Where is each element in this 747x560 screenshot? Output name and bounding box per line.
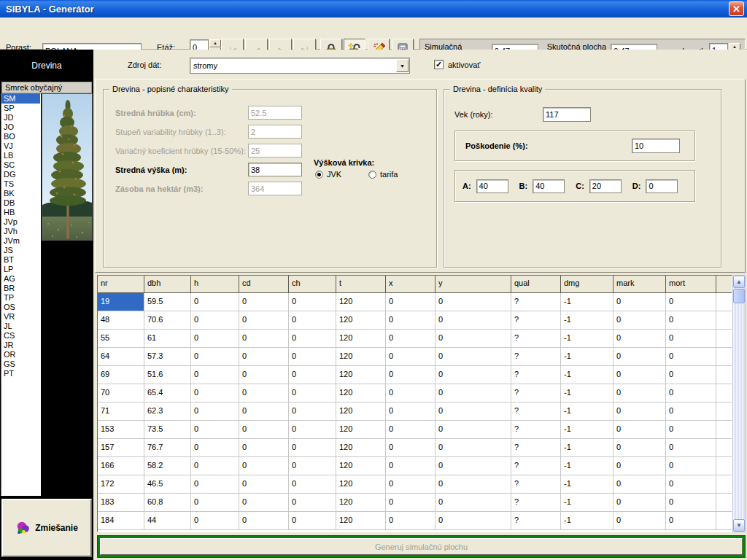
table-cell[interactable]: 0 [614, 421, 666, 439]
table-cell[interactable]: -1 [561, 330, 614, 348]
table-cell[interactable]: 0 [191, 421, 239, 439]
table-cell[interactable]: ? [511, 384, 561, 402]
table-cell[interactable]: 120 [336, 330, 386, 348]
table-cell[interactable]: 120 [336, 384, 386, 402]
species-list-item-jd[interactable]: JD [1, 113, 40, 122]
table-cell[interactable]: 0 [239, 348, 289, 366]
table-cell[interactable]: 120 [336, 439, 386, 457]
table-cell[interactable]: 0 [239, 330, 289, 348]
species-list-item-jl[interactable]: JL [1, 322, 40, 331]
class-a-input[interactable] [476, 179, 508, 193]
table-cell[interactable]: ? [511, 494, 561, 512]
table-cell[interactable]: 0 [614, 494, 666, 512]
table-cell[interactable]: 0 [239, 512, 289, 530]
table-cell[interactable]: 0 [436, 421, 511, 439]
species-list-item-gs[interactable]: GS [1, 359, 40, 369]
table-cell[interactable]: 0 [191, 475, 239, 494]
table-cell[interactable]: 69 [98, 366, 144, 384]
table-cell[interactable]: 0 [666, 348, 716, 366]
table-cell-selected[interactable]: 19 [98, 293, 144, 311]
species-list-item-sm[interactable]: SM [1, 94, 40, 104]
species-list-item-hb[interactable]: HB [1, 208, 40, 217]
table-cell[interactable]: 0 [386, 402, 436, 421]
table-cell[interactable]: 0 [386, 293, 436, 311]
table-cell[interactable]: -1 [561, 439, 614, 457]
table-cell[interactable]: 172 [98, 475, 144, 494]
table-cell[interactable]: 0 [239, 421, 289, 439]
table-cell[interactable]: 0 [289, 512, 336, 530]
table-cell[interactable]: -1 [561, 366, 614, 384]
species-list-item-ag[interactable]: AG [1, 274, 40, 284]
table-cell[interactable]: 51.6 [144, 366, 191, 384]
table-cell[interactable]: 0 [239, 366, 289, 384]
table-cell[interactable]: 0 [239, 494, 289, 512]
species-list[interactable]: SMSPJDJOBOVJLBSCDGTSBKDBHBJVpJVhJVmJSBTL… [1, 93, 41, 496]
table-cell[interactable]: -1 [561, 311, 614, 330]
table-cell[interactable]: 0 [289, 366, 336, 384]
table-cell[interactable]: 0 [436, 330, 511, 348]
species-list-item-bo[interactable]: BO [1, 132, 40, 141]
table-cell[interactable]: 0 [666, 402, 716, 421]
table-cell[interactable]: 0 [239, 457, 289, 475]
table-cell[interactable]: 0 [289, 402, 336, 421]
etaz-spin-up-icon[interactable]: ▲ [209, 39, 221, 47]
table-cell[interactable]: 0 [386, 311, 436, 330]
table-cell[interactable]: 0 [614, 330, 666, 348]
table-cell[interactable]: -1 [561, 293, 614, 311]
table-cell[interactable]: 71 [98, 402, 144, 421]
table-cell[interactable]: ? [511, 311, 561, 330]
species-list-item-jo[interactable]: JO [1, 122, 40, 132]
table-cell[interactable]: 120 [336, 293, 386, 311]
table-cell[interactable]: 64 [98, 348, 144, 366]
table-cell[interactable]: 0 [289, 348, 336, 366]
species-list-item-os[interactable]: OS [1, 303, 40, 312]
table-cell[interactable]: 0 [436, 348, 511, 366]
species-list-item-vj[interactable]: VJ [1, 141, 40, 151]
table-cell[interactable]: ? [511, 348, 561, 366]
table-cell[interactable]: -1 [561, 421, 614, 439]
table-cell[interactable]: 120 [336, 512, 386, 530]
table-cell[interactable]: 0 [289, 311, 336, 330]
table-cell[interactable]: 0 [614, 512, 666, 530]
table-cell[interactable]: 0 [289, 293, 336, 311]
table-cell[interactable]: 0 [436, 494, 511, 512]
species-list-item-jr[interactable]: JR [1, 341, 40, 350]
table-cell[interactable]: 0 [191, 348, 239, 366]
species-list-item-js[interactable]: JS [1, 246, 40, 255]
table-scrollbar[interactable]: ▲ ▼ [732, 275, 746, 532]
table-cell[interactable]: 0 [239, 439, 289, 457]
table-cell[interactable]: 0 [666, 330, 716, 348]
table-cell[interactable]: 0 [239, 293, 289, 311]
table-cell[interactable]: 0 [666, 494, 716, 512]
table-cell[interactable]: 0 [191, 384, 239, 402]
table-cell[interactable]: 120 [336, 494, 386, 512]
table-cell[interactable]: -1 [561, 475, 614, 494]
table-cell[interactable]: 0 [436, 475, 511, 494]
table-cell[interactable]: 0 [614, 475, 666, 494]
table-cell[interactable]: 120 [336, 402, 386, 421]
table-cell[interactable]: 0 [666, 366, 716, 384]
class-d-input[interactable] [646, 179, 678, 193]
table-cell[interactable]: 0 [436, 402, 511, 421]
table-cell[interactable]: 55 [98, 330, 144, 348]
table-cell[interactable]: 57.3 [144, 348, 191, 366]
table-cell[interactable]: -1 [561, 494, 614, 512]
table-cell[interactable]: 0 [666, 457, 716, 475]
table-cell[interactable]: 0 [614, 384, 666, 402]
table-cell[interactable]: 184 [98, 512, 144, 530]
table-cell[interactable]: 0 [666, 384, 716, 402]
species-list-item-bt[interactable]: BT [1, 255, 40, 265]
table-cell[interactable]: 0 [239, 384, 289, 402]
table-cell[interactable]: 0 [386, 348, 436, 366]
table-cell[interactable]: 0 [386, 475, 436, 494]
table-cell[interactable]: -1 [561, 348, 614, 366]
table-cell[interactable]: 0 [666, 311, 716, 330]
table-cell[interactable]: 0 [191, 402, 239, 421]
table-cell[interactable]: 0 [666, 293, 716, 311]
species-list-item-dg[interactable]: DG [1, 170, 40, 179]
table-cell[interactable]: 0 [436, 512, 511, 530]
table-cell[interactable]: 0 [614, 311, 666, 330]
table-cell[interactable]: 0 [289, 439, 336, 457]
table-cell[interactable]: 0 [614, 366, 666, 384]
table-cell[interactable]: 0 [239, 311, 289, 330]
